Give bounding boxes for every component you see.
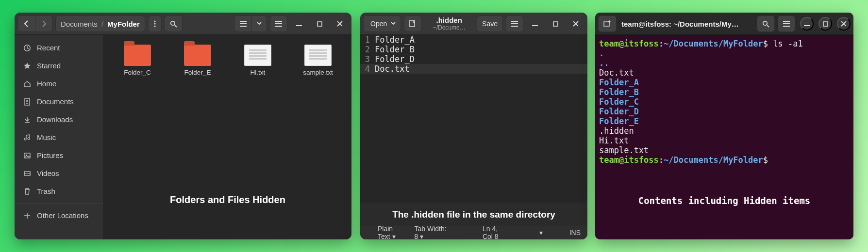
path-bar[interactable]: Documents / MyFolder [55,16,145,32]
folder-icon [184,45,211,66]
hamburger-icon [783,21,790,27]
file-label: Folder_C [117,69,158,76]
svg-rect-30 [804,25,810,26]
sidebar-item-home[interactable]: Home [15,75,103,93]
sidebar-item-label: Pictures [37,151,63,159]
file-manager-canvas[interactable]: Folder_CFolder_EHi.txtsample.txt Folders… [104,35,351,239]
sidebar-item-recent[interactable]: Recent [15,39,103,57]
terminal-line: . [599,48,850,58]
editor-line[interactable]: 1Folder_A [360,35,587,45]
sidebar-item-other-locations[interactable]: Other Locations [15,206,103,224]
path-segment[interactable]: Documents [61,20,98,28]
kebab-icon [154,20,156,27]
document-title-text: .hidden [424,16,474,25]
svg-rect-7 [240,26,247,27]
svg-rect-20 [511,23,518,24]
search-button[interactable] [757,16,775,32]
path-menu-button[interactable] [148,16,162,32]
status-tabwidth[interactable]: Tab Width: 8 ▾ [414,225,446,240]
folder-item[interactable]: Folder_E [177,45,218,76]
terminal-line: Folder_D [599,107,850,116]
file-label: Folder_E [177,69,218,76]
new-tab-button[interactable] [404,16,421,32]
video-icon [23,170,31,177]
sidebar-item-downloads[interactable]: Downloads [15,110,103,128]
minimize-icon [804,21,810,27]
minimize-button[interactable] [800,17,814,31]
document-subtitle: ~/Docume… [424,25,474,31]
sidebar-item-starred[interactable]: Starred [15,57,103,75]
save-button[interactable]: Save [477,16,503,32]
back-button[interactable] [17,16,35,32]
view-switcher [234,16,267,32]
view-options-button[interactable] [251,16,267,32]
minimize-button[interactable] [290,17,308,31]
sidebar-item-trash[interactable]: Trash [15,182,103,200]
chevron-down-icon[interactable]: ▾ [539,229,543,236]
view-list-button[interactable] [234,16,251,32]
sidebar-item-documents[interactable]: Documents [15,93,103,110]
editor-area[interactable]: 1Folder_A2Folder_B3Folder_D4Doc.txt [360,35,587,203]
forward-button[interactable] [35,16,52,32]
terminal-line: .hidden [599,126,850,136]
maximize-button[interactable] [547,17,564,31]
document-title: .hidden ~/Docume… [424,16,474,31]
terminal-headerbar: team@itsfoss: ~/Documents/My… [595,13,853,35]
search-button[interactable] [165,16,183,32]
hamburger-menu-button[interactable] [778,16,795,32]
sidebar-item-label: Other Locations [37,211,88,220]
folder-item[interactable]: Folder_C [117,45,158,76]
minimize-icon [296,21,302,27]
path-separator: / [101,20,103,28]
text-editor-headerbar: Open .hidden ~/Docume… Save [360,13,587,35]
file-label: sample.txt [297,69,339,76]
status-cursor-position: Ln 4, Col 8 [483,225,507,240]
file-item[interactable]: Hi.txt [237,45,279,76]
overlay-caption: Folders and Files Hidden [104,194,351,205]
svg-rect-22 [532,25,538,26]
status-language[interactable]: Plain Text ▾ [378,225,403,240]
svg-rect-24 [604,22,609,26]
sidebar-item-videos[interactable]: Videos [15,164,103,182]
plus-icon [23,212,31,220]
sidebar-item-pictures[interactable]: Pictures [15,146,103,164]
svg-rect-9 [275,23,282,24]
terminal-line: sample.txt [599,145,850,155]
terminal-line: Doc.txt [599,68,850,78]
search-icon [762,20,769,28]
hamburger-menu-button[interactable] [506,16,523,32]
status-bar: Plain Text ▾ Tab Width: 8 ▾ Ln 4, Col 8 … [360,225,587,239]
chevron-down-icon: ▾ [392,233,396,240]
file-item[interactable]: sample.txt [297,45,339,76]
chevron-left-icon [24,20,29,27]
hamburger-menu-button[interactable] [270,16,287,32]
close-button[interactable] [837,17,851,31]
terminal-line: Hi.txt [599,136,850,145]
status-insert-mode[interactable]: INS [569,229,581,236]
line-number: 1 [360,35,373,45]
editor-line[interactable]: 2Folder_B [360,45,587,54]
line-number: 3 [360,54,373,64]
text-file-icon [304,45,332,66]
list-view-icon [240,21,247,27]
svg-rect-10 [275,26,282,27]
close-button[interactable] [331,17,349,31]
path-segment-current[interactable]: MyFolder [107,20,140,28]
line-number: 4 [360,64,373,74]
close-button[interactable] [567,17,584,31]
terminal-window: team@itsfoss: ~/Documents/My… team@itsfo… [595,13,853,239]
maximize-button[interactable] [311,17,328,31]
new-tab-button[interactable] [598,16,617,32]
svg-line-4 [175,25,177,27]
maximize-button[interactable] [818,17,832,31]
terminal-area[interactable]: team@itsfoss:~/Documents/MyFolder$ ls -a… [595,35,853,239]
svg-rect-21 [511,26,518,27]
editor-line[interactable]: 4Doc.txt [360,64,587,74]
open-button[interactable]: Open [363,16,401,32]
sidebar-item-music[interactable]: Music [15,128,103,146]
doc-icon [23,98,31,106]
svg-line-26 [767,25,769,27]
text-file-icon [244,45,271,66]
editor-line[interactable]: 3Folder_D [360,54,587,64]
minimize-button[interactable] [526,17,544,31]
